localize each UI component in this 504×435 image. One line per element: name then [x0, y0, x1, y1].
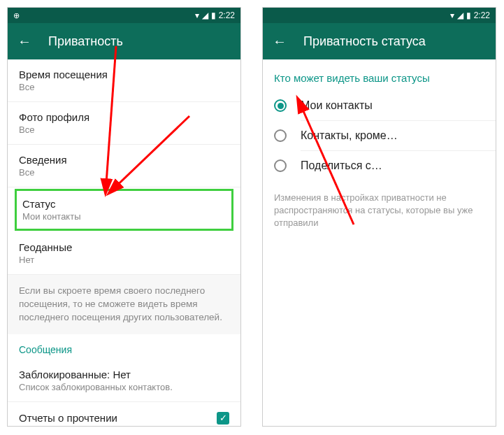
app-bar: ← Приватность [8, 23, 240, 59]
radio-share-with[interactable]: Поделиться с… [263, 151, 496, 180]
item-value: Список заблокированных контактов. [19, 382, 229, 392]
checkbox-checked-icon[interactable]: ✓ [217, 412, 229, 425]
content-area: Кто может видеть ваши статусы Мои контак… [263, 59, 496, 426]
back-icon[interactable]: ← [273, 34, 287, 50]
item-label: Фото профиля [19, 111, 229, 123]
content-area: Время посещения Все Фото профиля Все Све… [8, 59, 240, 426]
item-value: Нет [19, 255, 229, 265]
item-label: Заблокированные: Нет [19, 369, 229, 380]
signal-icon: ◢ [202, 10, 208, 20]
item-value: Все [19, 82, 229, 92]
radio-label: Мои контакты [301, 99, 373, 112]
battery-icon: ▮ [466, 10, 471, 20]
page-title: Приватность [48, 34, 123, 49]
item-blocked[interactable]: Заблокированные: Нет Список заблокирован… [8, 359, 240, 401]
item-value: Мои контакты [22, 211, 226, 222]
item-last-seen[interactable]: Время посещения Все [8, 59, 240, 102]
item-read-receipts[interactable]: Отчеты о прочтении ✓ [8, 401, 240, 426]
radio-unselected-icon [274, 129, 287, 142]
info-changes-note: Изменения в настройках приватности не ра… [263, 180, 496, 241]
status-bar: ⊕ ▾ ◢ ▮ 2:22 [8, 8, 240, 23]
signal-icon: ◢ [457, 10, 463, 20]
status-time: 2:22 [219, 10, 235, 20]
radio-selected-icon [274, 99, 287, 112]
item-value: Все [19, 167, 229, 178]
screen-privacy: ⊕ ▾ ◢ ▮ 2:22 ← Приватность Время посещен… [7, 7, 241, 427]
item-label: Геоданные [19, 241, 229, 253]
status-time: 2:22 [474, 10, 490, 20]
screen-status-privacy: ▾ ◢ ▮ 2:22 ← Приватность статуса Кто мож… [262, 7, 496, 427]
info-last-seen: Если вы скроете время своего последнего … [8, 275, 240, 334]
item-label: Отчеты о прочтении [19, 412, 117, 424]
section-who-can-see: Кто может видеть ваши статусы [263, 59, 496, 91]
wifi-icon: ▾ [195, 10, 199, 20]
page-title: Приватность статуса [303, 34, 426, 49]
item-label: Сведения [19, 154, 229, 166]
app-bar: ← Приватность статуса [263, 23, 496, 59]
item-value: Все [19, 124, 229, 135]
item-label: Статус [22, 198, 226, 210]
section-messages: Сообщения [8, 334, 240, 359]
back-icon[interactable]: ← [17, 34, 31, 50]
item-about[interactable]: Сведения Все [8, 145, 240, 187]
radio-contacts-except[interactable]: Контакты, кроме… [263, 121, 496, 150]
radio-label: Контакты, кроме… [301, 129, 398, 142]
item-profile-photo[interactable]: Фото профиля Все [8, 102, 240, 145]
item-label: Время посещения [19, 69, 229, 80]
radio-unselected-icon [274, 159, 287, 172]
status-left-icon: ⊕ [13, 11, 20, 20]
radio-my-contacts[interactable]: Мои контакты [263, 91, 496, 120]
radio-label: Поделиться с… [301, 159, 382, 172]
item-status[interactable]: Статус Мои контакты [15, 189, 233, 231]
wifi-icon: ▾ [450, 10, 454, 20]
status-bar: ▾ ◢ ▮ 2:22 [263, 8, 496, 23]
battery-icon: ▮ [211, 10, 216, 20]
item-location[interactable]: Геоданные Нет [8, 232, 240, 275]
